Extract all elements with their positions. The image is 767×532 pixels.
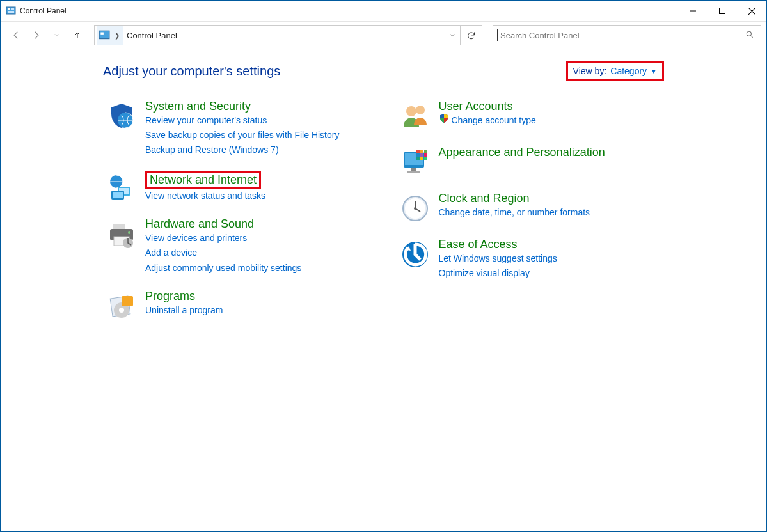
category-item: Ease of AccessLet Windows suggest settin…: [397, 238, 665, 281]
search-input[interactable]: [500, 31, 743, 40]
category-title[interactable]: User Accounts: [439, 100, 513, 113]
minimize-button[interactable]: [678, 1, 708, 22]
svg-point-21: [128, 231, 130, 234]
svg-point-10: [747, 31, 751, 36]
search-box[interactable]: [493, 25, 761, 45]
page-title: Adjust your computer's settings: [103, 64, 280, 79]
svg-rect-8: [99, 31, 109, 38]
navbar: ❯ Control Panel: [1, 22, 766, 49]
svg-rect-3: [8, 11, 14, 13]
titlebar: Control Panel: [1, 1, 766, 22]
svg-rect-40: [420, 157, 423, 160]
category-link[interactable]: Change account type: [439, 113, 665, 128]
chevron-down-icon: ▼: [651, 68, 657, 75]
text-cursor: [497, 29, 498, 41]
svg-rect-41: [424, 157, 427, 160]
svg-point-28: [416, 106, 425, 114]
view-by-label: View by:: [573, 66, 607, 76]
category-link[interactable]: Review your computer's status: [145, 113, 371, 128]
svg-rect-9: [100, 33, 104, 35]
uac-shield-icon: [439, 113, 449, 128]
category-title[interactable]: Hardware and Sound: [145, 217, 254, 230]
category-title[interactable]: Clock and Region: [439, 192, 530, 205]
svg-rect-37: [420, 153, 423, 157]
programs-icon: [103, 290, 140, 322]
refresh-button[interactable]: [460, 25, 482, 45]
users-icon: [397, 100, 434, 132]
control-panel-icon: [99, 29, 110, 41]
breadcrumb-item[interactable]: Control Panel: [123, 26, 181, 45]
category-item: System and SecurityReview your computer'…: [103, 100, 371, 157]
category-title[interactable]: Ease of Access: [439, 238, 518, 251]
view-by-value[interactable]: Category: [610, 66, 647, 76]
appearance-icon: [397, 146, 434, 178]
address-dropdown-button[interactable]: [445, 31, 460, 39]
ease-icon: [397, 238, 434, 281]
svg-rect-0: [6, 7, 15, 14]
window-title: Control Panel: [20, 6, 67, 15]
back-button[interactable]: [7, 26, 25, 44]
search-icon: [743, 30, 757, 41]
category-link[interactable]: Uninstall a program: [145, 303, 371, 318]
svg-point-27: [406, 106, 416, 116]
category-link[interactable]: Change date, time, or number formats: [439, 205, 665, 220]
category-link[interactable]: Optimize visual display: [439, 266, 665, 281]
category-title[interactable]: System and Security: [145, 100, 251, 113]
category-link[interactable]: Adjust commonly used mobility settings: [145, 261, 371, 276]
network-icon: [103, 171, 140, 203]
printer-icon: [103, 217, 140, 275]
close-button[interactable]: [737, 1, 766, 22]
categories-left-column: System and SecurityReview your computer'…: [103, 100, 371, 336]
svg-rect-30: [405, 153, 423, 165]
categories-right-column: User AccountsChange account typeAppearan…: [397, 100, 665, 336]
category-item: Network and InternetView network status …: [103, 171, 371, 203]
shield-globe-icon: [103, 100, 140, 157]
view-by-control[interactable]: View by: Category ▼: [566, 61, 664, 81]
category-link[interactable]: Add a device: [145, 246, 371, 260]
svg-rect-36: [416, 153, 420, 157]
svg-rect-5: [720, 8, 725, 14]
category-item: Clock and RegionChange date, time, or nu…: [397, 192, 665, 224]
category-title[interactable]: Appearance and Personalization: [439, 146, 605, 159]
svg-rect-34: [420, 150, 423, 153]
svg-rect-31: [411, 168, 416, 171]
svg-rect-39: [416, 157, 420, 160]
svg-line-11: [751, 35, 753, 37]
recent-dropdown-button[interactable]: [48, 26, 66, 44]
category-link[interactable]: Backup and Restore (Windows 7): [145, 143, 371, 157]
svg-point-44: [414, 207, 416, 210]
svg-rect-33: [416, 150, 420, 153]
svg-rect-38: [424, 153, 427, 157]
category-item: Appearance and Personalization: [397, 146, 665, 178]
svg-rect-32: [407, 171, 420, 173]
svg-rect-2: [11, 8, 14, 10]
content-area: Adjust your computer's settings View by:…: [1, 49, 766, 336]
up-button[interactable]: [68, 26, 86, 44]
forward-button[interactable]: [28, 26, 45, 44]
clock-icon: [397, 192, 434, 224]
maximize-button[interactable]: [708, 1, 737, 22]
address-bar[interactable]: ❯ Control Panel: [94, 25, 482, 45]
category-item: ProgramsUninstall a program: [103, 290, 371, 322]
svg-rect-26: [122, 296, 133, 306]
svg-point-25: [119, 308, 124, 313]
svg-rect-1: [8, 8, 10, 10]
category-link[interactable]: View network status and tasks: [145, 189, 371, 203]
category-title[interactable]: Programs: [145, 290, 195, 302]
category-link[interactable]: Let Windows suggest settings: [439, 251, 665, 266]
window-app-icon: [6, 6, 16, 16]
svg-rect-17: [113, 192, 123, 198]
category-link[interactable]: Save backup copies of your files with Fi…: [145, 128, 371, 143]
svg-rect-35: [424, 150, 427, 153]
breadcrumb-root-caret[interactable]: ❯: [111, 32, 123, 39]
category-item: User AccountsChange account type: [397, 100, 665, 132]
category-item: Hardware and SoundView devices and print…: [103, 217, 371, 275]
category-title[interactable]: Network and Internet: [145, 171, 261, 189]
category-link[interactable]: View devices and printers: [145, 231, 371, 246]
